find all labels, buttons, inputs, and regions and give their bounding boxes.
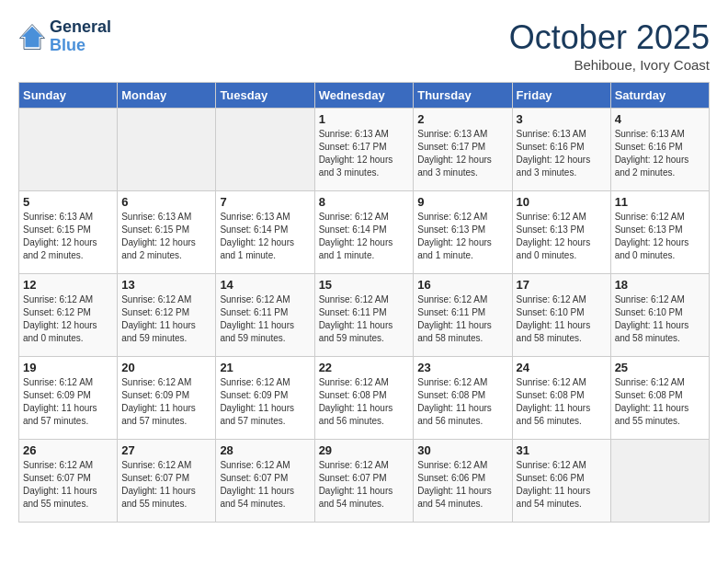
calendar-cell: 15Sunrise: 6:12 AM Sunset: 6:11 PM Dayli…	[314, 274, 414, 357]
week-row-5: 26Sunrise: 6:12 AM Sunset: 6:07 PM Dayli…	[19, 440, 710, 523]
calendar-cell: 16Sunrise: 6:12 AM Sunset: 6:11 PM Dayli…	[414, 274, 512, 357]
svg-marker-0	[22, 27, 43, 48]
day-info: Sunrise: 6:12 AM Sunset: 6:13 PM Dayligh…	[517, 211, 607, 262]
calendar-cell: 25Sunrise: 6:12 AM Sunset: 6:08 PM Dayli…	[610, 357, 709, 440]
day-number: 6	[121, 195, 211, 209]
calendar-cell: 4Sunrise: 6:13 AM Sunset: 6:16 PM Daylig…	[610, 109, 709, 191]
calendar-cell: 14Sunrise: 6:12 AM Sunset: 6:11 PM Dayli…	[216, 274, 314, 357]
day-info: Sunrise: 6:12 AM Sunset: 6:10 PM Dayligh…	[517, 293, 607, 345]
day-info: Sunrise: 6:12 AM Sunset: 6:12 PM Dayligh…	[23, 293, 113, 345]
calendar-cell	[118, 109, 216, 191]
calendar-cell: 12Sunrise: 6:12 AM Sunset: 6:12 PM Dayli…	[19, 274, 118, 357]
calendar-cell: 19Sunrise: 6:12 AM Sunset: 6:09 PM Dayli…	[19, 357, 118, 440]
day-number: 10	[517, 195, 607, 209]
day-info: Sunrise: 6:12 AM Sunset: 6:07 PM Dayligh…	[319, 459, 410, 511]
day-info: Sunrise: 6:12 AM Sunset: 6:08 PM Dayligh…	[417, 376, 507, 428]
day-number: 29	[319, 443, 410, 457]
day-info: Sunrise: 6:13 AM Sunset: 6:17 PM Dayligh…	[417, 128, 507, 179]
day-info: Sunrise: 6:12 AM Sunset: 6:12 PM Dayligh…	[121, 293, 211, 345]
calendar-cell: 30Sunrise: 6:12 AM Sunset: 6:06 PM Dayli…	[414, 440, 512, 523]
calendar-cell: 7Sunrise: 6:13 AM Sunset: 6:14 PM Daylig…	[216, 191, 314, 274]
calendar-header: SundayMondayTuesdayWednesdayThursdayFrid…	[19, 83, 710, 109]
calendar-cell: 29Sunrise: 6:12 AM Sunset: 6:07 PM Dayli…	[314, 440, 414, 523]
calendar-cell: 20Sunrise: 6:12 AM Sunset: 6:09 PM Dayli…	[118, 357, 216, 440]
day-number: 23	[417, 361, 507, 374]
day-number: 20	[121, 361, 211, 374]
day-info: Sunrise: 6:12 AM Sunset: 6:08 PM Dayligh…	[615, 376, 705, 428]
logo-icon	[18, 23, 46, 51]
day-info: Sunrise: 6:13 AM Sunset: 6:17 PM Dayligh…	[319, 128, 410, 179]
day-info: Sunrise: 6:12 AM Sunset: 6:11 PM Dayligh…	[220, 293, 310, 345]
calendar-cell: 17Sunrise: 6:12 AM Sunset: 6:10 PM Dayli…	[512, 274, 610, 357]
day-number: 30	[417, 443, 507, 457]
calendar-cell: 28Sunrise: 6:12 AM Sunset: 6:07 PM Dayli…	[216, 440, 314, 523]
day-info: Sunrise: 6:12 AM Sunset: 6:11 PM Dayligh…	[417, 293, 507, 345]
location-subtitle: Behiboue, Ivory Coast	[509, 57, 710, 73]
day-info: Sunrise: 6:13 AM Sunset: 6:14 PM Dayligh…	[220, 211, 310, 262]
day-number: 7	[220, 195, 310, 209]
day-number: 28	[220, 443, 310, 457]
day-number: 24	[517, 361, 607, 374]
day-number: 18	[615, 278, 705, 292]
logo-text-line1: General	[50, 18, 111, 37]
page-header: General Blue October 2025 Behiboue, Ivor…	[18, 18, 710, 73]
day-info: Sunrise: 6:12 AM Sunset: 6:06 PM Dayligh…	[517, 459, 607, 511]
day-number: 15	[319, 278, 410, 292]
logo-text-line2: Blue	[50, 37, 111, 55]
day-info: Sunrise: 6:12 AM Sunset: 6:09 PM Dayligh…	[220, 376, 310, 428]
day-number: 17	[517, 278, 607, 292]
day-info: Sunrise: 6:12 AM Sunset: 6:13 PM Dayligh…	[417, 211, 507, 262]
day-number: 13	[121, 278, 211, 292]
week-row-3: 12Sunrise: 6:12 AM Sunset: 6:12 PM Dayli…	[19, 274, 710, 357]
day-number: 16	[417, 278, 507, 292]
calendar-cell: 31Sunrise: 6:12 AM Sunset: 6:06 PM Dayli…	[512, 440, 610, 523]
day-info: Sunrise: 6:12 AM Sunset: 6:11 PM Dayligh…	[319, 293, 410, 345]
day-info: Sunrise: 6:12 AM Sunset: 6:07 PM Dayligh…	[121, 459, 211, 511]
day-number: 12	[23, 278, 113, 292]
calendar-cell: 18Sunrise: 6:12 AM Sunset: 6:10 PM Dayli…	[610, 274, 709, 357]
calendar-cell: 27Sunrise: 6:12 AM Sunset: 6:07 PM Dayli…	[118, 440, 216, 523]
calendar-cell	[610, 440, 709, 523]
day-number: 4	[615, 112, 705, 126]
day-number: 21	[220, 361, 310, 374]
day-number: 2	[417, 112, 507, 126]
day-info: Sunrise: 6:13 AM Sunset: 6:15 PM Dayligh…	[121, 211, 211, 262]
day-number: 25	[615, 361, 705, 374]
calendar-cell: 24Sunrise: 6:12 AM Sunset: 6:08 PM Dayli…	[512, 357, 610, 440]
month-title: October 2025	[509, 18, 710, 57]
calendar-cell: 1Sunrise: 6:13 AM Sunset: 6:17 PM Daylig…	[314, 109, 414, 191]
day-number: 1	[319, 112, 410, 126]
col-header-saturday: Saturday	[610, 83, 709, 109]
title-block: October 2025 Behiboue, Ivory Coast	[509, 18, 710, 73]
day-info: Sunrise: 6:13 AM Sunset: 6:16 PM Dayligh…	[517, 128, 607, 179]
calendar-cell: 9Sunrise: 6:12 AM Sunset: 6:13 PM Daylig…	[414, 191, 512, 274]
day-info: Sunrise: 6:13 AM Sunset: 6:15 PM Dayligh…	[23, 211, 113, 262]
calendar-cell: 21Sunrise: 6:12 AM Sunset: 6:09 PM Dayli…	[216, 357, 314, 440]
col-header-monday: Monday	[118, 83, 216, 109]
day-number: 8	[319, 195, 410, 209]
day-number: 14	[220, 278, 310, 292]
day-info: Sunrise: 6:12 AM Sunset: 6:07 PM Dayligh…	[220, 459, 310, 511]
week-row-2: 5Sunrise: 6:13 AM Sunset: 6:15 PM Daylig…	[19, 191, 710, 274]
calendar-cell	[19, 109, 118, 191]
day-info: Sunrise: 6:12 AM Sunset: 6:10 PM Dayligh…	[615, 293, 705, 345]
col-header-wednesday: Wednesday	[314, 83, 414, 109]
col-header-sunday: Sunday	[19, 83, 118, 109]
day-info: Sunrise: 6:12 AM Sunset: 6:06 PM Dayligh…	[417, 459, 507, 511]
day-number: 22	[319, 361, 410, 374]
day-number: 27	[121, 443, 211, 457]
day-info: Sunrise: 6:12 AM Sunset: 6:09 PM Dayligh…	[23, 376, 113, 428]
day-number: 9	[417, 195, 507, 209]
calendar-cell: 8Sunrise: 6:12 AM Sunset: 6:14 PM Daylig…	[314, 191, 414, 274]
day-info: Sunrise: 6:13 AM Sunset: 6:16 PM Dayligh…	[615, 128, 705, 179]
calendar-cell: 13Sunrise: 6:12 AM Sunset: 6:12 PM Dayli…	[118, 274, 216, 357]
calendar-cell: 2Sunrise: 6:13 AM Sunset: 6:17 PM Daylig…	[414, 109, 512, 191]
calendar-cell: 5Sunrise: 6:13 AM Sunset: 6:15 PM Daylig…	[19, 191, 118, 274]
day-number: 5	[23, 195, 113, 209]
calendar-cell	[216, 109, 314, 191]
day-info: Sunrise: 6:12 AM Sunset: 6:14 PM Dayligh…	[319, 211, 410, 262]
logo: General Blue	[18, 18, 111, 55]
day-info: Sunrise: 6:12 AM Sunset: 6:08 PM Dayligh…	[319, 376, 410, 428]
calendar-cell: 3Sunrise: 6:13 AM Sunset: 6:16 PM Daylig…	[512, 109, 610, 191]
col-header-tuesday: Tuesday	[216, 83, 314, 109]
